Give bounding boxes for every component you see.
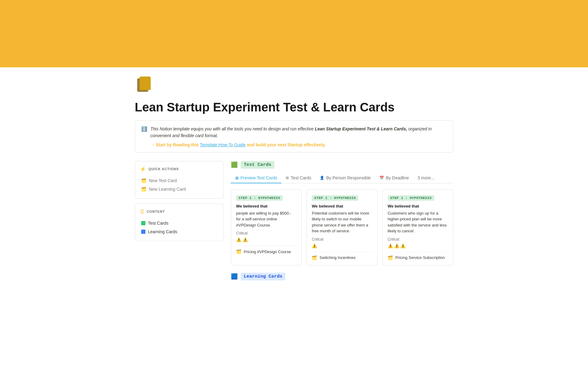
new-learning-card-label: New Learning Card [149,187,186,192]
content-header: ☰ CONTENT [140,209,218,215]
section-title-badge: Test Cards [241,161,274,169]
quick-actions-label: QUICK ACTIONS [149,167,179,171]
quick-actions-section: ⚡ QUICK ACTIONS 🗂️ New Test Card 🗂️ New … [135,161,224,199]
card-3-critical: Critical: [388,237,448,242]
card-2-title: Switching Incentives [319,255,356,260]
learning-cards-label: Learning Cards [148,229,177,234]
card-1-footer-icon: 🗂️ [236,249,241,254]
content-section: ☰ CONTENT Test Cards Learning Cards [135,204,224,241]
card-3-footer: 🗂️ Pricing Service Subscription [388,252,448,260]
learn-section-icon: 🟦 [231,273,238,280]
test-card-1[interactable]: STEP 1 : HYPOTHESIS We believed that peo… [231,189,302,265]
guide-cta: and build your next Startup effectively. [247,142,326,147]
tab-more-label: 3 more... [417,175,434,180]
card-1-critical: Critical: [236,231,296,235]
card-2-body: Potential customers will be more likely … [312,210,372,234]
new-test-card-label: New Test Card [149,178,177,183]
svg-rect-1 [140,77,151,90]
guide-arrow: → Start by Reading this [150,142,199,147]
info-text: This Notion template equips you with all… [150,125,447,139]
tab-deadline-icon: 📅 [379,176,384,180]
info-icon: ℹ️ [141,126,147,132]
card-1-body: people are willing to pay $500.- for a s… [236,210,296,228]
card-2-footer-icon: 🗂️ [312,255,317,260]
tab-test-cards[interactable]: ⊞ Test Cards [281,173,315,183]
page-icon [135,67,453,97]
sidebar-item-test-cards[interactable]: Test Cards [140,219,218,227]
tab-by-person[interactable]: 👤 By Person Responsible [315,173,375,183]
content-icon: ☰ [140,209,144,215]
two-col-layout: ⚡ QUICK ACTIONS 🗂️ New Test Card 🗂️ New … [135,161,453,280]
cards-grid: STEP 1 : HYPOTHESIS We believed that peo… [231,189,453,265]
learning-cards-color-icon [141,230,145,234]
card-1-footer: 🗂️ Pricing #VPDesign Course [236,246,296,254]
card-2-critical: Critical: [312,237,372,242]
card-1-step-badge: STEP 1 : HYPOTHESIS [236,195,283,201]
info-box: ℹ️ This Notion template equips you with … [135,120,453,152]
tab-test-label: Test Cards [291,175,311,180]
card-1-warnings: ⚠️ ⚠️ [236,237,296,242]
card-3-footer-icon: 🗂️ [388,255,393,260]
tab-person-icon: 👤 [320,176,324,180]
tab-deadline-label: By Deadline [386,175,409,180]
guide-link-row: → Start by Reading this Template How-To … [150,142,447,147]
content-label: CONTENT [147,210,165,213]
card-2-step-badge: STEP 1 : HYPOTHESIS [312,195,358,201]
card-3-warnings: ⚠️ ⚠️ ⚠️ [388,243,448,248]
guide-link[interactable]: Template How-To Guide [200,142,246,147]
new-learning-card-button[interactable]: 🗂️ New Learning Card [140,185,218,193]
card-2-believed: We believed that [312,204,372,208]
tab-preview-label: Preview Test Cards [240,175,277,180]
card-3-body: Customers who sign up for a higher-price… [388,210,448,234]
new-learning-card-icon: 🗂️ [141,187,146,192]
test-cards-color-icon [141,221,145,225]
test-card-3[interactable]: STEP 1 : HYPOTHESIS We believed that Cus… [383,189,453,265]
hero-banner [0,0,588,67]
card-2-warnings: ⚠️ [312,243,372,248]
tab-test-icon: ⊞ [286,176,289,180]
new-test-card-icon: 🗂️ [141,178,146,183]
tab-preview-icon: ▦ [235,176,239,180]
card-2-footer: 🗂️ Switching Incentives [312,252,372,260]
test-card-2[interactable]: STEP 1 : HYPOTHESIS We believed that Pot… [307,189,377,265]
tab-more[interactable]: 3 more... [413,173,439,183]
card-1-believed: We believed that [236,204,296,208]
tab-by-deadline[interactable]: 📅 By Deadline [375,173,413,183]
learn-section-title-badge: Learning Cards [241,273,285,280]
sidebar: ⚡ QUICK ACTIONS 🗂️ New Test Card 🗂️ New … [135,161,224,246]
card-3-title: Pricing Service Subscription [395,255,445,260]
card-3-step-badge: STEP 1 : HYPOTHESIS [388,195,434,201]
tabs-row: ▦ Preview Test Cards ⊞ Test Cards 👤 By P… [231,173,453,183]
section-title-row: 🟩 Test Cards [231,161,453,169]
quick-actions-header: ⚡ QUICK ACTIONS [140,166,218,172]
card-3-believed: We believed that [388,204,448,208]
sidebar-item-learning-cards[interactable]: Learning Cards [140,227,218,236]
page-title: Lean Startup Experiment Test & Learn Car… [135,100,453,114]
card-1-title: Pricing #VPDesign Course [244,249,291,254]
test-cards-label: Test Cards [148,221,168,226]
quick-actions-icon: ⚡ [140,166,146,172]
main-content: 🟩 Test Cards ▦ Preview Test Cards ⊞ Test… [231,161,453,280]
tab-person-label: By Person Responsible [326,175,371,180]
tab-preview-test-cards[interactable]: ▦ Preview Test Cards [231,173,281,183]
section-green-icon: 🟩 [231,161,238,168]
learn-cards-title-row: 🟦 Learning Cards [231,273,453,280]
new-test-card-button[interactable]: 🗂️ New Test Card [140,176,218,185]
